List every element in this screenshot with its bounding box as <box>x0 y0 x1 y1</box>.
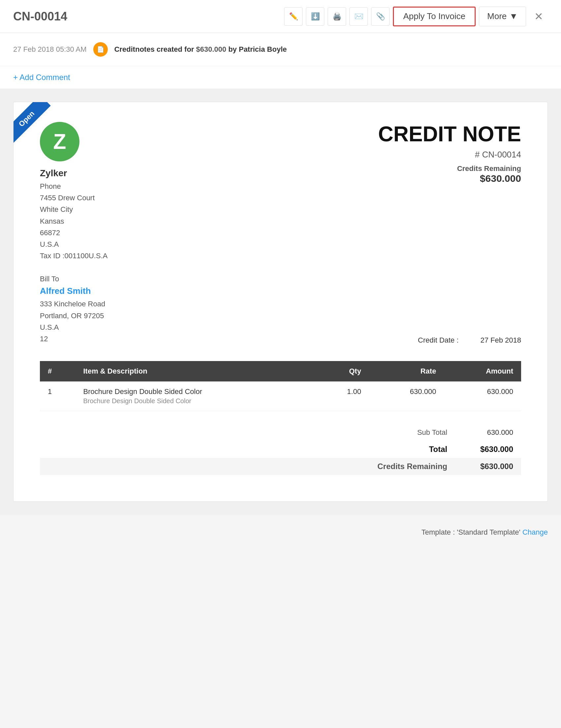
add-comment-link[interactable]: + Add Comment <box>13 73 70 82</box>
totals-section: Sub Total 630.000 Total $630.000 Credits… <box>40 424 521 475</box>
credit-note-number: # CN-00014 <box>378 150 521 160</box>
activity-time: 27 Feb 2018 05:30 AM <box>13 45 87 54</box>
credit-note-title-block: CREDIT NOTE # CN-00014 Credits Remaining… <box>378 122 521 184</box>
bill-to-name: Alfred Smith <box>40 286 105 296</box>
bill-address1: 333 Kincheloe Road <box>40 298 105 310</box>
attach-button[interactable]: 📎 <box>371 7 390 26</box>
header: CN-00014 ✏️ ⬇️ 🖨️ ✉️ 📎 Apply To Invoice … <box>0 0 561 33</box>
email-button[interactable]: ✉️ <box>350 7 368 26</box>
creditnote-icon: 📄 <box>97 46 104 53</box>
item-qty: 1.00 <box>316 381 369 411</box>
total-row: Total $630.000 <box>40 441 521 458</box>
edit-button[interactable]: ✏️ <box>284 7 303 26</box>
apply-to-invoice-button[interactable]: Apply To Invoice <box>393 7 476 26</box>
page-title: CN-00014 <box>13 10 284 23</box>
company-address1: Phone <box>40 181 107 192</box>
more-button[interactable]: More ▼ <box>479 7 526 26</box>
download-button[interactable]: ⬇️ <box>306 7 324 26</box>
subtotal-row: Sub Total 630.000 <box>40 424 521 441</box>
table-row: 1 Brochure Design Double Sided Color Bro… <box>40 381 521 411</box>
total-label: Total <box>355 445 447 454</box>
credits-remaining-row: Credits Remaining $630.000 <box>40 458 521 475</box>
document-footer: Template : 'Standard Template' Change <box>0 515 561 543</box>
credits-remaining-label: Credits Remaining <box>378 164 521 173</box>
company-tax-id: Tax ID :001100U.S.A <box>40 250 107 262</box>
activity-text: Creditnotes created for $630.000 by Patr… <box>114 45 287 54</box>
close-button[interactable]: ✕ <box>529 7 548 26</box>
credits-remaining-row-label: Credits Remaining <box>355 462 447 471</box>
header-actions: ✏️ ⬇️ 🖨️ ✉️ 📎 Apply To Invoice More ▼ ✕ <box>284 7 548 26</box>
company-address3: White City <box>40 204 107 215</box>
credits-remaining-value: $630.000 <box>378 173 521 184</box>
company-address6: U.S.A <box>40 238 107 250</box>
credit-note-top: Z Zylker Phone 7455 Drew Court White Cit… <box>40 122 521 262</box>
document-container: Open Z Zylker Phone 7455 Drew Court Whit… <box>13 102 548 502</box>
subtotal-value: 630.000 <box>461 428 513 437</box>
company-name: Zylker <box>40 168 107 179</box>
items-table: # Item & Description Qty Rate Amount 1 B… <box>40 361 521 411</box>
bill-to-details: 333 Kincheloe Road Portland, OR 97205 U.… <box>40 298 105 345</box>
edit-icon: ✏️ <box>289 12 298 21</box>
col-header-item: Item & Description <box>75 361 316 381</box>
col-header-qty: Qty <box>316 361 369 381</box>
bill-address4: 12 <box>40 333 105 345</box>
item-name-cell: Brochure Design Double Sided Color Broch… <box>75 381 316 411</box>
more-label: More <box>487 11 507 21</box>
table-header-row: # Item & Description Qty Rate Amount <box>40 361 521 381</box>
template-label: Template : 'Standard Template' <box>422 528 520 536</box>
activity-icon: 📄 <box>93 42 108 57</box>
credit-date-label: Credit Date : <box>418 336 459 344</box>
activity-bar: 27 Feb 2018 05:30 AM 📄 Creditnotes creat… <box>0 33 561 66</box>
add-comment-section: + Add Comment <box>0 66 561 89</box>
bill-address3: U.S.A <box>40 322 105 333</box>
attach-icon: 📎 <box>376 12 385 21</box>
item-rate: 630.000 <box>369 381 444 411</box>
company-address4: Kansas <box>40 215 107 227</box>
item-amount: 630.000 <box>444 381 521 411</box>
chevron-down-icon: ▼ <box>509 11 518 21</box>
download-icon: ⬇️ <box>311 12 320 21</box>
item-description: Brochure Design Double Sided Color <box>83 397 308 405</box>
item-num: 1 <box>40 381 75 411</box>
item-name: Brochure Design Double Sided Color <box>83 387 308 396</box>
credit-note-title: CREDIT NOTE <box>378 122 521 146</box>
company-address5: 66872 <box>40 227 107 238</box>
col-header-rate: Rate <box>369 361 444 381</box>
total-value: $630.000 <box>461 445 513 454</box>
company-details: Phone 7455 Drew Court White City Kansas … <box>40 181 107 262</box>
credits-remaining-row-value: $630.000 <box>461 462 513 471</box>
subtotal-label: Sub Total <box>355 428 447 437</box>
bill-address2: Portland, OR 97205 <box>40 310 105 322</box>
col-header-amount: Amount <box>444 361 521 381</box>
document-wrapper: Open Z Zylker Phone 7455 Drew Court Whit… <box>0 89 561 515</box>
col-header-num: # <box>40 361 75 381</box>
print-icon: 🖨️ <box>333 12 342 21</box>
open-ribbon: Open <box>14 102 60 148</box>
change-template-link[interactable]: Change <box>522 528 548 536</box>
email-icon: ✉️ <box>354 12 363 21</box>
print-button[interactable]: 🖨️ <box>328 7 346 26</box>
bill-to-block: Bill To Alfred Smith 333 Kincheloe Road … <box>40 275 105 345</box>
ribbon-label: Open <box>14 102 51 143</box>
credit-date-block: Credit Date : 27 Feb 2018 <box>398 336 521 345</box>
bill-section: Bill To Alfred Smith 333 Kincheloe Road … <box>40 275 521 345</box>
bill-to-label: Bill To <box>40 275 105 283</box>
company-address2: 7455 Drew Court <box>40 192 107 204</box>
credit-date-value: 27 Feb 2018 <box>480 336 521 344</box>
close-icon: ✕ <box>534 10 543 23</box>
